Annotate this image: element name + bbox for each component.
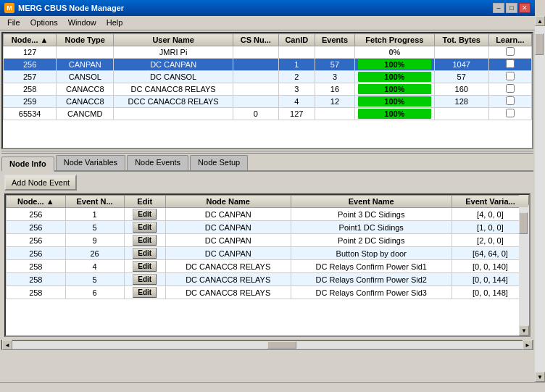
maximize-button[interactable]: □: [506, 3, 517, 13]
edit-button[interactable]: Edit: [133, 261, 157, 272]
edit-button[interactable]: Edit: [133, 235, 157, 246]
learn-checkbox[interactable]: [506, 59, 515, 68]
ev-col-edit[interactable]: Edit: [124, 196, 165, 208]
scroll-track[interactable]: [519, 205, 529, 325]
edit-cell[interactable]: Edit: [124, 208, 165, 221]
progress-cell: 100%: [355, 108, 434, 120]
app-scroll-up[interactable]: ▲: [535, 16, 545, 26]
table-row[interactable]: 257CANSOLDC CANSOL23100%57: [4, 71, 532, 83]
menu-help[interactable]: Help: [102, 17, 128, 28]
vertical-scrollbar[interactable]: ▲ ▼: [519, 195, 529, 335]
ev-col-event-n[interactable]: Event N...: [65, 196, 124, 208]
event-row[interactable]: 2585EditDC CANACC8 RELAYSDC Relays Confi…: [7, 273, 529, 286]
col-tot-bytes[interactable]: Tot. Bytes: [434, 34, 488, 46]
col-user-name[interactable]: User Name: [114, 34, 233, 46]
window-title: MERG CBUS Node Manager: [18, 4, 124, 12]
h-scroll-thumb[interactable]: [267, 341, 296, 349]
add-node-event-button[interactable]: Add Node Event: [4, 175, 77, 191]
learn-checkbox-cell[interactable]: [488, 108, 531, 120]
learn-checkbox[interactable]: [506, 47, 515, 56]
ev-col-event-var[interactable]: Event Varia...: [452, 196, 528, 208]
minimize-button[interactable]: –: [493, 3, 504, 13]
edit-cell[interactable]: Edit: [124, 221, 165, 234]
progress-cell: 0%: [355, 46, 434, 59]
node-table-container: Node... ▲ Node Type User Name CS Nu... C…: [1, 32, 533, 149]
scroll-right-arrow[interactable]: ►: [523, 340, 533, 350]
tab-node-setup[interactable]: Node Setup: [190, 155, 248, 170]
window-controls: – □ ✕: [493, 3, 531, 13]
event-row[interactable]: 2584EditDC CANACC8 RELAYSDC Relays Confi…: [7, 260, 529, 273]
tab-node-variables[interactable]: Node Variables: [56, 155, 125, 170]
app-vertical-scrollbar[interactable]: ▲ ▼: [535, 16, 545, 382]
edit-button[interactable]: Edit: [133, 248, 157, 259]
edit-button[interactable]: Edit: [133, 287, 157, 298]
event-row[interactable]: 25626EditDC CANPANButton Stop by door[64…: [7, 247, 529, 260]
edit-cell[interactable]: Edit: [124, 260, 165, 273]
edit-button[interactable]: Edit: [133, 209, 157, 220]
menu-file[interactable]: File: [3, 17, 25, 28]
tab-node-info[interactable]: Node Info: [1, 157, 54, 172]
app-scroll-down[interactable]: ▼: [535, 372, 545, 382]
h-scroll-track[interactable]: [12, 341, 523, 349]
edit-button[interactable]: Edit: [133, 222, 157, 233]
progress-bar: 100%: [358, 72, 430, 82]
col-learn[interactable]: Learn...: [488, 34, 531, 46]
ev-col-event-name[interactable]: Event Name: [291, 196, 452, 208]
ev-col-node[interactable]: Node... ▲: [7, 196, 66, 208]
menu-options[interactable]: Options: [26, 17, 62, 28]
learn-checkbox-cell[interactable]: [488, 83, 531, 96]
close-button[interactable]: ✕: [519, 3, 531, 13]
col-node-type[interactable]: Node Type: [57, 34, 114, 46]
table-row[interactable]: 65534CANCMD0127100%: [4, 108, 532, 120]
horizontal-scrollbar[interactable]: ◄ ►: [1, 340, 533, 350]
learn-checkbox-cell[interactable]: [488, 71, 531, 83]
status-bar: [0, 382, 545, 392]
progress-cell: 100%: [355, 71, 434, 83]
learn-checkbox-cell[interactable]: [488, 59, 531, 71]
col-cs-num[interactable]: CS Nu...: [233, 34, 278, 46]
title-bar: M MERG CBUS Node Manager – □ ✕: [0, 0, 535, 16]
scroll-thumb[interactable]: [519, 212, 528, 234]
menu-bar: File Options Window Help: [0, 16, 535, 30]
event-row[interactable]: 2565EditDC CANPANPoint1 DC Sidings[1, 0,…: [7, 221, 529, 234]
progress-bar: 100%: [358, 96, 430, 107]
scroll-left-arrow[interactable]: ◄: [2, 340, 12, 350]
edit-button[interactable]: Edit: [133, 274, 157, 285]
col-fetch-progress[interactable]: Fetch Progress: [355, 34, 434, 46]
splitter: [1, 151, 533, 154]
learn-checkbox-cell[interactable]: [488, 46, 531, 59]
learn-checkbox-cell[interactable]: [488, 96, 531, 108]
event-row[interactable]: 2561EditDC CANPANPoint 3 DC Sidings[4, 0…: [7, 208, 529, 221]
app-scroll-track[interactable]: [535, 26, 545, 372]
table-row[interactable]: 259CANACC8DCC CANACC8 RELAYS412100%128: [4, 96, 532, 108]
app-scroll-thumb[interactable]: [535, 33, 544, 55]
progress-cell: 100%: [355, 59, 434, 71]
col-events[interactable]: Events: [315, 34, 354, 46]
progress-cell: 100%: [355, 83, 434, 96]
learn-checkbox[interactable]: [506, 72, 515, 80]
ev-col-node-name[interactable]: Node Name: [165, 196, 291, 208]
edit-cell[interactable]: Edit: [124, 247, 165, 260]
edit-cell[interactable]: Edit: [124, 286, 165, 299]
scroll-down-arrow[interactable]: ▼: [519, 325, 529, 335]
event-row[interactable]: 2569EditDC CANPANPoint 2 DC Sidings[2, 0…: [7, 234, 529, 247]
events-table-wrapper[interactable]: Node... ▲ Event N... Edit Node Name Even…: [6, 195, 529, 335]
col-can-id[interactable]: CanID: [278, 34, 315, 46]
table-row[interactable]: 258CANACC8DC CANACC8 RELAYS316100%160: [4, 83, 532, 96]
edit-cell[interactable]: Edit: [124, 234, 165, 247]
event-row[interactable]: 2586EditDC CANACC8 RELAYSDC Relays Confi…: [7, 286, 529, 299]
tab-node-events[interactable]: Node Events: [127, 155, 188, 170]
table-row[interactable]: 256CANPANDC CANPAN157100%1047: [4, 59, 532, 71]
node-table: Node... ▲ Node Type User Name CS Nu... C…: [3, 33, 532, 120]
learn-checkbox[interactable]: [506, 109, 515, 117]
col-node[interactable]: Node... ▲: [4, 34, 57, 46]
learn-checkbox[interactable]: [506, 96, 515, 105]
menu-window[interactable]: Window: [64, 17, 101, 28]
app-icon: M: [4, 3, 14, 13]
edit-cell[interactable]: Edit: [124, 273, 165, 286]
progress-bar: 0%: [358, 47, 430, 57]
learn-checkbox[interactable]: [506, 84, 515, 93]
progress-cell: 100%: [355, 96, 434, 108]
events-table: Node... ▲ Event N... Edit Node Name Even…: [6, 195, 529, 299]
table-row[interactable]: 127JMRI Pi0%: [4, 46, 532, 59]
